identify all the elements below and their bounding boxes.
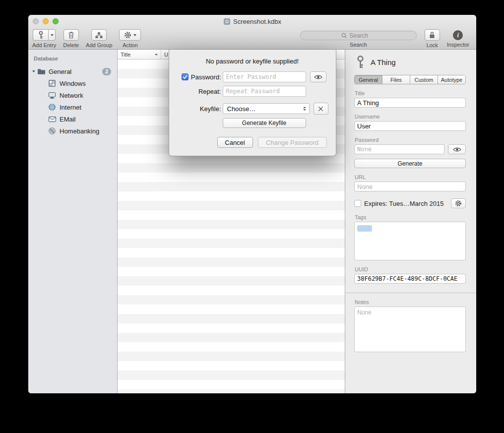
tab-autotype[interactable]: Autotype — [438, 75, 465, 84]
tab-files[interactable]: Files — [382, 75, 410, 84]
search-item: Search — [300, 29, 417, 48]
keyfile-value: Choose… — [227, 105, 256, 113]
uuid-field-label: UUID — [355, 266, 466, 272]
info-icon: i — [457, 31, 459, 39]
keyfile-label: Keyfile: — [200, 105, 221, 113]
cancel-button[interactable]: Cancel — [217, 137, 253, 148]
password-checkbox[interactable] — [182, 73, 189, 80]
password-row: Password: — [169, 71, 336, 82]
delete-button[interactable] — [63, 29, 79, 41]
action-button[interactable] — [119, 29, 141, 41]
password-field[interactable] — [354, 144, 444, 154]
tab-general[interactable]: General — [355, 75, 382, 84]
sidebar-item-general[interactable]: General 2 — [28, 65, 117, 77]
disclosure-triangle-icon[interactable] — [32, 70, 35, 72]
search-icon — [341, 33, 347, 39]
inspector-label: Inspector — [447, 42, 469, 48]
notes-divider — [345, 293, 476, 293]
inspector-toggle-button[interactable]: i — [453, 30, 463, 40]
enter-password-input[interactable] — [223, 71, 306, 82]
column-label: Title — [121, 52, 130, 58]
tag-chip[interactable] — [357, 225, 372, 232]
tags-field[interactable] — [354, 222, 466, 260]
action-item: Action — [119, 29, 141, 48]
search-label: Search — [350, 42, 367, 48]
title-field-label: Title — [355, 90, 466, 96]
tab-custom[interactable]: Custom — [410, 75, 438, 84]
change-password-button[interactable]: Change Password — [258, 137, 327, 148]
repeat-password-input[interactable] — [223, 86, 306, 97]
notes-field[interactable] — [354, 307, 466, 352]
action-label: Action — [123, 42, 138, 48]
password-row — [354, 144, 466, 154]
titlebar: Screenshot.kdbx — [28, 15, 476, 28]
sidebar-item-label: Network — [60, 92, 83, 99]
username-field-label: Username — [355, 114, 466, 120]
sidebar-item-network[interactable]: Network — [28, 89, 117, 101]
keyfile-dropdown[interactable]: Choose… — [223, 103, 310, 114]
dialog-buttons: Cancel Change Password — [217, 137, 336, 148]
title-field[interactable] — [354, 98, 466, 108]
inspector-panel: A Thing General Files Custom Autotype Ti… — [345, 50, 476, 393]
lock-button[interactable] — [425, 29, 440, 41]
title-wrap: Screenshot.kdbx — [223, 18, 281, 25]
key-icon — [356, 56, 365, 69]
close-x-icon — [318, 106, 323, 112]
sidebar-item-internet[interactable]: Internet — [28, 101, 117, 113]
window-chrome: Screenshot.kdbx Add E — [28, 15, 476, 50]
sidebar-item-homebanking[interactable]: Homebanking — [28, 125, 117, 137]
sidebar-item-label: Internet — [60, 104, 81, 111]
window-title: Screenshot.kdbx — [233, 18, 281, 25]
windows-icon — [48, 79, 56, 87]
sidebar-item-windows[interactable]: Windows — [28, 77, 117, 89]
tags-field-label: Tags — [355, 214, 466, 220]
close-button[interactable] — [33, 18, 39, 24]
password-label: Password: — [191, 73, 221, 81]
add-entry-item: Add Entry — [32, 29, 56, 48]
reveal-password-button[interactable] — [310, 71, 326, 82]
dialog-message: No password or keyfile supplied! — [169, 58, 336, 65]
username-field[interactable] — [354, 121, 466, 131]
add-entry-button[interactable] — [33, 29, 48, 41]
reveal-password-button[interactable] — [448, 144, 466, 154]
sidebar-item-label: Windows — [60, 80, 86, 87]
zoom-button[interactable] — [53, 18, 59, 24]
add-entry-dropdown-button[interactable] — [48, 29, 56, 41]
repeat-row: Repeat: — [169, 86, 336, 97]
lock-item: Lock — [425, 29, 440, 48]
add-group-button[interactable] — [91, 29, 107, 41]
expires-checkbox[interactable] — [354, 200, 361, 207]
sidebar-item-email[interactable]: EMail — [28, 113, 117, 125]
clear-keyfile-button[interactable] — [314, 103, 328, 115]
eye-icon — [314, 74, 322, 80]
toolbar: Add Entry Delete — [28, 28, 476, 50]
globe-icon — [48, 103, 56, 111]
search-field[interactable] — [300, 31, 417, 40]
generate-password-button[interactable]: Generate — [354, 159, 466, 168]
inspector-item: i Inspector — [447, 29, 469, 48]
url-field-label: URL — [355, 174, 466, 180]
sidebar-section-header: Database — [28, 55, 117, 65]
column-header-title[interactable]: Title — [118, 50, 161, 59]
expires-settings-button[interactable] — [451, 198, 466, 208]
toolbar-right: Search Lock i Ins — [300, 29, 470, 48]
entry-title: A Thing — [371, 58, 396, 66]
sort-ascending-icon — [155, 54, 158, 55]
uuid-field[interactable] — [354, 274, 466, 284]
folder-icon — [37, 67, 45, 75]
repeat-label: Repeat: — [198, 88, 221, 95]
screen: Screenshot.kdbx Add E — [0, 0, 504, 433]
search-input[interactable] — [349, 32, 375, 39]
stepper-arrows-icon — [302, 107, 307, 111]
sidebar-item-label: Homebanking — [60, 127, 99, 135]
url-field[interactable] — [354, 182, 466, 191]
minimize-button[interactable] — [43, 18, 49, 24]
lock-icon — [429, 31, 435, 39]
gear-icon — [124, 31, 131, 39]
generate-keyfile-button[interactable]: Generate Keyfile — [223, 118, 306, 128]
notes-field-label: Notes — [355, 299, 466, 305]
monitor-icon — [48, 91, 56, 99]
inspector-header: A Thing — [354, 56, 466, 69]
add-group-label: Add Group — [86, 42, 112, 48]
expires-label: Expires: Tues…March 2015 — [364, 200, 443, 207]
